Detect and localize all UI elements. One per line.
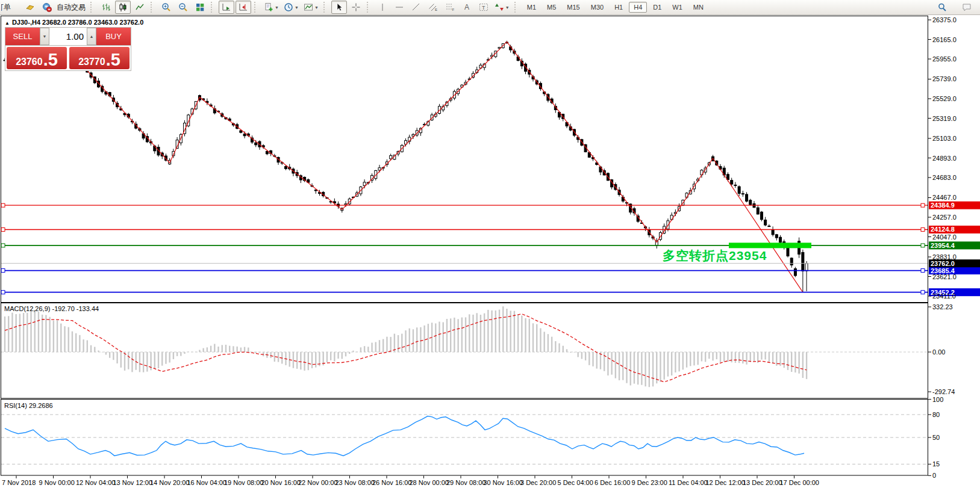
channel-tool-button[interactable]: E bbox=[425, 1, 441, 14]
zoom-out-button[interactable] bbox=[175, 1, 191, 14]
crosshair-button[interactable] bbox=[348, 1, 364, 14]
toolbar-grip[interactable] bbox=[367, 2, 370, 13]
chart-plot[interactable]: 24384.924124.823954.423685.423452.223762… bbox=[0, 0, 980, 488]
timeframe-m30[interactable]: M30 bbox=[586, 2, 608, 13]
chart-shift-icon bbox=[239, 2, 248, 12]
volume-input[interactable] bbox=[49, 28, 87, 45]
order-book-button[interactable] bbox=[22, 1, 38, 14]
timeframe-d1[interactable]: D1 bbox=[648, 2, 666, 13]
equidistant-channel-icon: E bbox=[428, 2, 438, 12]
toolbar-grip[interactable] bbox=[90, 2, 94, 13]
text-label-tool-button[interactable]: T bbox=[476, 1, 492, 14]
timeframe-w1[interactable]: W1 bbox=[667, 2, 687, 13]
svg-text:80: 80 bbox=[932, 411, 940, 418]
svg-text:7 Nov 2018: 7 Nov 2018 bbox=[2, 479, 36, 486]
dropdown-arrow-icon[interactable]: ▼ bbox=[275, 5, 279, 10]
volume-increase-button[interactable]: ▲ bbox=[87, 28, 96, 45]
tile-windows-icon bbox=[195, 2, 205, 12]
timeframe-mn[interactable]: MN bbox=[688, 2, 708, 13]
sell-price-frac: .5 bbox=[43, 52, 58, 67]
buy-price[interactable]: 23770.5 bbox=[69, 47, 130, 69]
toolbar-grip[interactable] bbox=[211, 2, 214, 13]
svg-text:25529.0: 25529.0 bbox=[932, 95, 957, 102]
sell-price-main: 23760 bbox=[16, 56, 43, 67]
svg-text:23621.0: 23621.0 bbox=[932, 273, 957, 280]
dropdown-arrow-icon[interactable]: ▼ bbox=[505, 5, 510, 10]
toolbar-grip[interactable] bbox=[254, 2, 258, 13]
indicators-button[interactable]: ▼ bbox=[262, 1, 281, 14]
arrows-tool-button[interactable]: ▼ bbox=[493, 1, 511, 14]
autotrading-icon bbox=[42, 2, 52, 12]
tile-windows-button[interactable] bbox=[192, 1, 208, 14]
templates-button[interactable]: ▼ bbox=[302, 1, 320, 14]
bar-chart-button[interactable] bbox=[98, 1, 114, 14]
autotrading-label[interactable]: 自动交易 bbox=[57, 2, 86, 13]
svg-text:20 Nov 16:00: 20 Nov 16:00 bbox=[261, 479, 301, 486]
candlestick-chart-button[interactable] bbox=[115, 1, 131, 14]
svg-text:5 Dec 04:00: 5 Dec 04:00 bbox=[558, 479, 593, 486]
horizontal-line-tool-button[interactable] bbox=[392, 1, 407, 14]
svg-text:23831.0: 23831.0 bbox=[932, 253, 957, 261]
fibonacci-tool-button[interactable]: F bbox=[442, 1, 458, 14]
volume-spinner: ▼ ▲ bbox=[40, 28, 96, 45]
svg-text:50: 50 bbox=[932, 434, 940, 441]
cursor-button[interactable] bbox=[331, 1, 347, 14]
volume-decrease-button[interactable]: ▼ bbox=[40, 28, 49, 45]
timeframe-m1[interactable]: M1 bbox=[522, 2, 541, 13]
horizontal-line-icon bbox=[395, 2, 404, 12]
sell-price[interactable]: 23760.5 bbox=[7, 47, 67, 69]
svg-text:14 Nov 20:00: 14 Nov 20:00 bbox=[150, 479, 189, 486]
zoom-out-icon bbox=[178, 2, 188, 12]
svg-text:13 Nov 12:00: 13 Nov 12:00 bbox=[113, 479, 152, 486]
svg-text:24124.8: 24124.8 bbox=[931, 226, 955, 233]
svg-text:A: A bbox=[464, 3, 469, 11]
macd-indicator-label: MACD(12,26,9) -192.70 -133.44 bbox=[4, 305, 99, 312]
svg-text:24047.0: 24047.0 bbox=[932, 233, 957, 241]
add-indicator-icon bbox=[264, 2, 273, 12]
toolbar-grip[interactable] bbox=[151, 2, 154, 13]
timeframe-bar: M1M5M15M30H1H4D1W1MN bbox=[522, 2, 709, 13]
timeframe-m15[interactable]: M15 bbox=[562, 2, 584, 13]
periods-button[interactable]: ▼ bbox=[282, 1, 301, 14]
timeframe-h1[interactable]: H1 bbox=[610, 2, 628, 13]
new-order-label[interactable]: 订单 bbox=[1, 2, 19, 13]
dropdown-arrow-icon[interactable]: ▼ bbox=[295, 5, 299, 10]
svg-text:25955.0: 25955.0 bbox=[932, 55, 957, 63]
auto-scroll-button[interactable] bbox=[219, 1, 234, 14]
buy-button[interactable]: BUY bbox=[96, 28, 131, 45]
svg-text:100: 100 bbox=[932, 396, 943, 403]
chat-bubble-icon bbox=[962, 2, 972, 12]
chart-shift-button[interactable] bbox=[236, 1, 251, 14]
chart-title: ▲DJ30-,H4 23682.0 23786.0 23463.0 23762.… bbox=[5, 19, 143, 26]
search-button[interactable] bbox=[934, 1, 950, 14]
rsi-indicator-label: RSI(14) 29.2686 bbox=[4, 402, 53, 409]
svg-text:24683.0: 24683.0 bbox=[932, 174, 957, 181]
chat-button[interactable] bbox=[959, 1, 975, 14]
toolbar-grip[interactable] bbox=[514, 2, 518, 13]
toolbar-grip[interactable] bbox=[323, 2, 327, 13]
autotrading-button[interactable] bbox=[39, 1, 55, 14]
svg-text:6 Dec 16:00: 6 Dec 16:00 bbox=[595, 479, 630, 486]
line-chart-icon bbox=[135, 2, 145, 12]
dropdown-arrow-icon[interactable]: ▼ bbox=[314, 5, 319, 10]
text-label-icon: T bbox=[479, 2, 488, 12]
svg-text:30 Nov 16:00: 30 Nov 16:00 bbox=[484, 479, 523, 486]
trendline-tool-button[interactable] bbox=[408, 1, 424, 14]
vertical-line-tool-button[interactable] bbox=[375, 1, 390, 14]
sell-button[interactable]: SELL bbox=[5, 28, 40, 45]
timeframe-h4[interactable]: H4 bbox=[629, 2, 647, 13]
arrows-icon bbox=[495, 2, 504, 12]
text-tool-button[interactable]: A bbox=[459, 1, 475, 14]
zoom-in-button[interactable] bbox=[158, 1, 174, 14]
buy-price-frac: .5 bbox=[106, 52, 120, 67]
svg-text:12 Nov 04:00: 12 Nov 04:00 bbox=[76, 479, 115, 486]
annotation-text[interactable]: 多空转折点23954 bbox=[663, 247, 767, 264]
timeframe-m5[interactable]: M5 bbox=[542, 2, 561, 13]
svg-text:24893.0: 24893.0 bbox=[932, 155, 957, 162]
svg-text:23 Nov 08:00: 23 Nov 08:00 bbox=[336, 479, 375, 486]
line-chart-button[interactable] bbox=[132, 1, 148, 14]
svg-text:25739.0: 25739.0 bbox=[932, 75, 957, 82]
svg-text:332.23: 332.23 bbox=[932, 303, 953, 310]
svg-text:24467.0: 24467.0 bbox=[932, 194, 957, 201]
symbol-triangle-icon: ▲ bbox=[5, 20, 10, 26]
